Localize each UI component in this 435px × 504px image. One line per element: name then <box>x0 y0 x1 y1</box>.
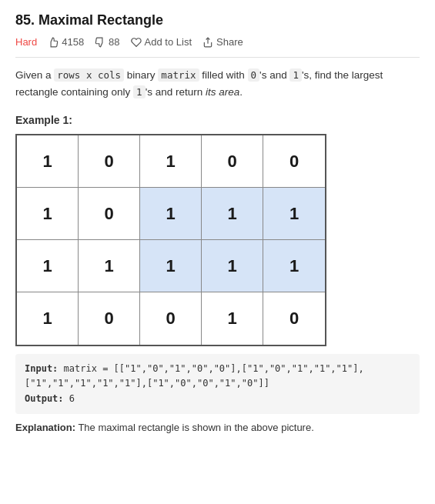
add-to-list-button[interactable]: Add to List <box>131 36 192 48</box>
grid-cell: 1 <box>263 188 325 240</box>
example-title: Example 1: <box>15 114 420 126</box>
downvote-icon <box>95 37 105 48</box>
problem-description: Given a rows x cols binary matrix filled… <box>15 67 420 100</box>
code-zero: 0 <box>248 68 260 82</box>
grid-cell: 1 <box>202 292 263 345</box>
grid-row: 10010 <box>17 292 325 345</box>
output-label: Output: <box>25 393 69 404</box>
example-section: Example 1: 10100101111111110010 Input: m… <box>15 114 420 436</box>
grid-cell: 1 <box>79 240 140 292</box>
grid-row: 11111 <box>17 240 325 292</box>
grid-cell: 0 <box>263 135 325 188</box>
code-block: Input: matrix = [["1","0","1","0","0"],[… <box>15 354 420 414</box>
difficulty-badge: Hard <box>15 36 37 48</box>
heart-icon <box>131 37 142 48</box>
grid-cell: 0 <box>263 292 325 345</box>
upvote-icon <box>48 37 59 48</box>
grid-cell: 1 <box>202 240 263 292</box>
explanation-label: Explanation: <box>15 422 75 433</box>
code-one-2: 1 <box>133 85 146 98</box>
upvote-item[interactable]: 4158 <box>48 36 84 48</box>
grid-row: 10100 <box>17 135 325 188</box>
explanation-text: The maximal rectangle is shown in the ab… <box>78 422 313 433</box>
grid-cell: 1 <box>263 240 325 292</box>
share-button[interactable]: Share <box>202 36 243 48</box>
grid-container: 10100101111111110010 <box>15 134 326 346</box>
code-rows-cols: rows x cols <box>54 68 124 82</box>
grid-cell: 1 <box>17 292 79 345</box>
input-value: matrix = [["1","0","1","0","0"],["1","0"… <box>25 363 364 389</box>
output-value: 6 <box>69 393 75 404</box>
grid-row: 10111 <box>17 188 325 240</box>
grid-cell: 1 <box>140 240 202 292</box>
input-label: Input: <box>25 363 64 374</box>
italic-area: its area <box>206 86 239 98</box>
grid-cell: 1 <box>17 135 79 188</box>
explanation-block: Explanation: The maximal rectangle is sh… <box>15 420 420 436</box>
grid-cell: 1 <box>17 240 79 292</box>
code-one: 1 <box>289 68 302 82</box>
grid-cell: 0 <box>79 292 140 345</box>
meta-row: Hard 4158 88 Add to List Share <box>15 36 420 58</box>
grid-cell: 1 <box>17 188 79 240</box>
grid-cell: 0 <box>79 135 140 188</box>
downvote-item[interactable]: 88 <box>95 36 119 48</box>
grid-cell: 1 <box>140 135 202 188</box>
share-icon <box>202 37 213 48</box>
grid-cell: 0 <box>202 135 263 188</box>
problem-title: 85. Maximal Rectangle <box>15 12 420 28</box>
grid-cell: 0 <box>79 188 140 240</box>
code-matrix: matrix <box>158 68 199 82</box>
grid-cell: 0 <box>140 292 202 345</box>
grid-cell: 1 <box>140 188 202 240</box>
grid-cell: 1 <box>202 188 263 240</box>
